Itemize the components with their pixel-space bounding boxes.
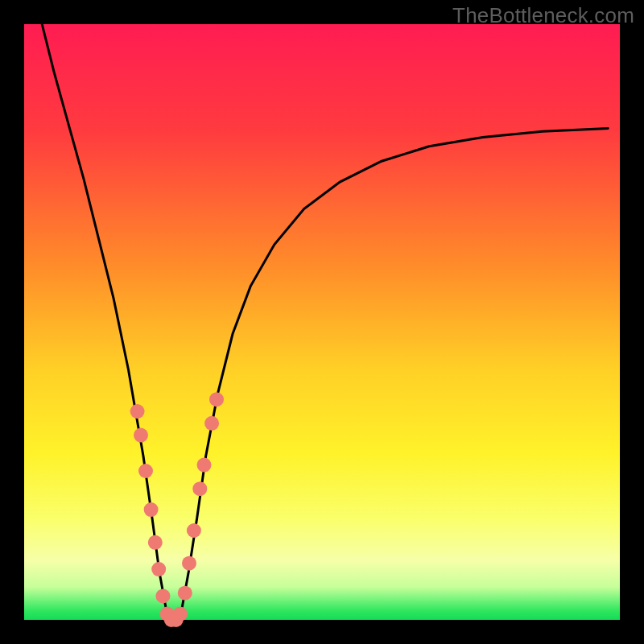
- marker-dot: [182, 556, 196, 571]
- plot-background: [24, 24, 620, 620]
- watermark-text: TheBottleneck.com: [452, 3, 634, 28]
- marker-dot: [130, 404, 145, 419]
- marker-dot: [148, 535, 163, 550]
- marker-dot: [192, 481, 207, 496]
- bottleneck-plot: [0, 0, 644, 644]
- marker-dot: [173, 607, 188, 621]
- chart-stage: TheBottleneck.com: [0, 0, 644, 644]
- marker-dot: [209, 392, 224, 407]
- marker-dot: [178, 586, 192, 601]
- marker-dot: [155, 588, 170, 603]
- marker-dot: [144, 502, 159, 517]
- marker-dot: [204, 416, 219, 431]
- marker-dot: [151, 562, 166, 576]
- marker-dot: [197, 458, 212, 473]
- marker-dot: [187, 523, 201, 538]
- marker-dot: [138, 464, 153, 478]
- marker-dot: [134, 428, 148, 443]
